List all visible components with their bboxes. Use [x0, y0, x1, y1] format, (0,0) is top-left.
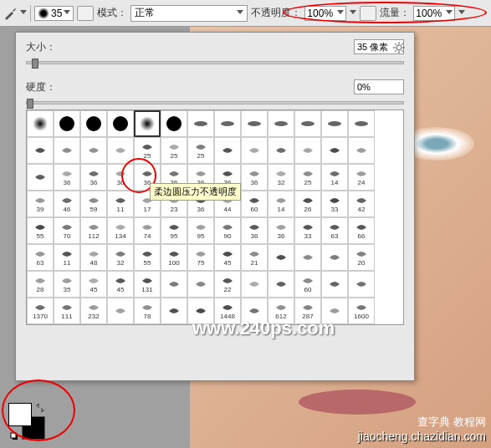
- opacity-dropdown[interactable]: [350, 10, 356, 17]
- brush-preset[interactable]: 36: [268, 217, 294, 244]
- brush-preset[interactable]: [268, 137, 294, 164]
- brush-preset[interactable]: 45: [80, 271, 107, 298]
- brush-preset[interactable]: 11: [107, 191, 134, 217]
- brush-preset[interactable]: 32: [107, 244, 134, 271]
- hardness-input[interactable]: [354, 79, 404, 94]
- brush-preset[interactable]: [294, 244, 321, 271]
- default-colors-icon[interactable]: [10, 431, 18, 440]
- brush-preset[interactable]: 35: [54, 271, 80, 298]
- brush-preset[interactable]: [27, 110, 54, 137]
- brush-preset[interactable]: 32: [268, 164, 294, 191]
- brush-preset-picker[interactable]: 35: [34, 6, 74, 21]
- brush-preset[interactable]: 48: [80, 244, 107, 271]
- brush-preset[interactable]: [268, 271, 294, 298]
- brush-preset[interactable]: [214, 137, 241, 164]
- brush-preset[interactable]: [321, 244, 348, 271]
- brush-preset[interactable]: 1600: [348, 298, 375, 324]
- brush-preset[interactable]: [27, 137, 54, 164]
- brush-preset[interactable]: 66: [348, 217, 375, 244]
- brush-preset[interactable]: 63: [321, 217, 348, 244]
- brush-preset[interactable]: 232: [80, 298, 107, 324]
- brush-preset[interactable]: 944: [27, 324, 54, 325]
- hardness-slider[interactable]: [26, 101, 404, 104]
- blend-mode-select[interactable]: 正常: [130, 5, 248, 22]
- opacity-input[interactable]: 100%: [304, 6, 346, 21]
- brush-preset[interactable]: [348, 271, 375, 298]
- brush-preset[interactable]: 74: [134, 217, 161, 244]
- brush-preset[interactable]: 78: [134, 298, 161, 324]
- brush-preset[interactable]: [294, 137, 321, 164]
- brush-preset[interactable]: 63: [27, 244, 54, 271]
- brush-panel-toggle[interactable]: [77, 6, 94, 21]
- brush-preset[interactable]: 111: [54, 298, 80, 324]
- brush-preset[interactable]: 59: [80, 191, 107, 217]
- brush-preset[interactable]: 14: [268, 191, 294, 217]
- brush-preset[interactable]: 55: [27, 217, 54, 244]
- brush-preset[interactable]: 25: [161, 137, 187, 164]
- brush-preset[interactable]: [80, 324, 107, 325]
- foreground-color[interactable]: [8, 403, 32, 426]
- gear-icon[interactable]: [392, 41, 406, 54]
- brush-preset[interactable]: 22: [214, 271, 241, 298]
- brush-preset[interactable]: [54, 110, 80, 137]
- brush-preset[interactable]: 39: [27, 191, 54, 217]
- brush-preset[interactable]: [107, 324, 134, 325]
- brush-preset[interactable]: [321, 271, 348, 298]
- brush-preset[interactable]: 46: [54, 191, 80, 217]
- flow-dropdown[interactable]: [458, 10, 465, 17]
- brush-preset[interactable]: 33: [294, 217, 321, 244]
- brush-preset[interactable]: 36: [107, 164, 134, 191]
- brush-preset[interactable]: [241, 110, 268, 137]
- brush-preset[interactable]: [241, 137, 268, 164]
- brush-preset[interactable]: [321, 110, 348, 137]
- brush-preset[interactable]: [80, 137, 107, 164]
- brush-preset[interactable]: 95: [187, 217, 214, 244]
- brush-preset[interactable]: 14: [321, 164, 348, 191]
- brush-preset[interactable]: 70: [54, 217, 80, 244]
- flow-input[interactable]: 100%: [413, 6, 455, 21]
- brush-preset[interactable]: 60: [294, 271, 321, 298]
- brush-preset[interactable]: [241, 271, 268, 298]
- brush-preset[interactable]: 42: [348, 191, 375, 217]
- brush-preset[interactable]: [107, 110, 134, 137]
- brush-preset[interactable]: [134, 110, 161, 137]
- brush-preset[interactable]: 25: [294, 164, 321, 191]
- brush-preset[interactable]: 36: [241, 217, 268, 244]
- brush-preset[interactable]: 11: [54, 244, 80, 271]
- brush-preset[interactable]: 75: [187, 244, 214, 271]
- brush-preset[interactable]: 20: [348, 244, 375, 271]
- brush-preset[interactable]: 60: [241, 191, 268, 217]
- brush-preset[interactable]: 100: [161, 244, 187, 271]
- brush-preset[interactable]: 21: [241, 244, 268, 271]
- brush-preset[interactable]: [80, 110, 107, 137]
- brush-preset[interactable]: 55: [134, 244, 161, 271]
- brush-preset[interactable]: 2047: [134, 324, 161, 325]
- pressure-opacity-toggle[interactable]: [360, 6, 376, 21]
- brush-preset[interactable]: 134: [107, 217, 134, 244]
- brush-preset[interactable]: [161, 110, 187, 137]
- brush-preset[interactable]: 33: [321, 191, 348, 217]
- brush-preset[interactable]: [294, 110, 321, 137]
- brush-preset[interactable]: [348, 137, 375, 164]
- brush-preset[interactable]: 95: [161, 217, 187, 244]
- brush-preset[interactable]: 131: [134, 271, 161, 298]
- brush-preset[interactable]: [348, 110, 375, 137]
- brush-preset[interactable]: [54, 137, 80, 164]
- brush-preset[interactable]: [161, 298, 187, 324]
- brush-preset[interactable]: 28: [27, 271, 54, 298]
- brush-preset[interactable]: 26: [294, 191, 321, 217]
- brush-preset[interactable]: [187, 271, 214, 298]
- brush-preset[interactable]: 112: [80, 217, 107, 244]
- brush-preset[interactable]: 25: [187, 137, 214, 164]
- brush-preset[interactable]: 25: [134, 137, 161, 164]
- brush-preset[interactable]: [268, 110, 294, 137]
- brush-preset[interactable]: [214, 110, 241, 137]
- brush-preset[interactable]: 24: [348, 164, 375, 191]
- brush-preset[interactable]: [321, 137, 348, 164]
- tool-preset-dropdown[interactable]: [20, 10, 27, 17]
- brush-preset[interactable]: 90: [214, 217, 241, 244]
- brush-preset[interactable]: 45: [107, 271, 134, 298]
- brush-preset[interactable]: [268, 244, 294, 271]
- brush-preset[interactable]: [187, 110, 214, 137]
- brush-preset[interactable]: 36: [241, 164, 268, 191]
